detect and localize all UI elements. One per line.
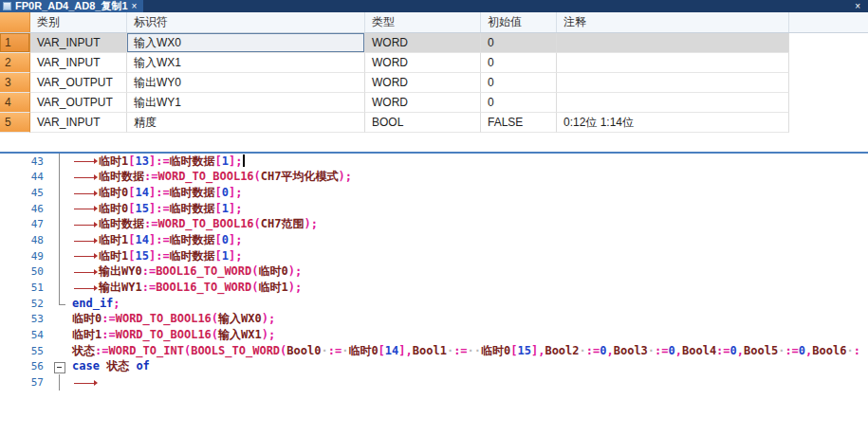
line-number[interactable]: 50 xyxy=(0,265,49,278)
type-cell[interactable]: WORD xyxy=(365,73,481,93)
row-number-cell[interactable]: 4 xyxy=(0,93,30,113)
column-header-type[interactable]: 类型 xyxy=(365,12,481,32)
comment-cell[interactable] xyxy=(557,73,789,93)
line-number[interactable]: 48 xyxy=(0,234,49,246)
variable-row[interactable]: 3VAR_OUTPUT输出WY0WORD0 xyxy=(0,73,868,93)
tabbar-close-icon[interactable]: × xyxy=(855,0,860,12)
table-editor-gap xyxy=(0,133,868,152)
code-token: ) xyxy=(288,281,295,294)
code-line[interactable]: 44临时数据:=WORD_TO_BOOL16(CH7平均化模式); xyxy=(0,170,868,186)
comment-cell[interactable]: 0:12位 1:14位 xyxy=(557,113,789,133)
line-number[interactable]: 55 xyxy=(0,345,49,357)
initial-value-cell[interactable]: FALSE xyxy=(481,113,557,133)
tab-close-icon[interactable]: × xyxy=(132,0,138,12)
line-number[interactable]: 46 xyxy=(0,203,49,215)
type-cell[interactable]: WORD xyxy=(365,53,481,73)
code-line[interactable]: 45临时0[14]:=临时数据[0]; xyxy=(0,185,868,201)
type-cell[interactable]: WORD xyxy=(365,33,481,53)
line-number[interactable]: 54 xyxy=(0,329,49,341)
code-token: CH7平均化模式 xyxy=(261,170,339,183)
code-token: ( xyxy=(254,170,261,183)
line-number[interactable]: 49 xyxy=(0,250,49,263)
document-tab[interactable]: FP0R_AD4_AD8_复制1 × xyxy=(0,0,143,12)
line-number[interactable]: 57 xyxy=(0,376,49,389)
code-token: := xyxy=(156,249,169,263)
code-line[interactable]: 51输出WY1:=BOOL16_TO_WORD(临时1); xyxy=(0,280,868,296)
code-line[interactable]: 50输出WY0:=BOOL16_TO_WORD(临时0); xyxy=(0,264,868,281)
line-number[interactable]: 43 xyxy=(0,155,49,168)
code-line[interactable]: 54临时1:=WORD_TO_BOOL16(输入WX1); xyxy=(0,327,868,343)
initial-value-cell[interactable]: 0 xyxy=(481,33,557,53)
code-token: 1 xyxy=(222,249,229,263)
tab-arrow-icon xyxy=(72,173,99,182)
initial-value-cell[interactable]: 0 xyxy=(481,53,557,73)
line-number[interactable]: 52 xyxy=(0,298,49,310)
variable-row[interactable]: 1VAR_INPUT输入WX0WORD0 xyxy=(0,33,868,53)
comment-cell[interactable] xyxy=(557,53,789,73)
code-text: 临时数据:=WORD_TO_BOOL16(CH7平均化模式); xyxy=(68,169,868,185)
line-number[interactable]: 51 xyxy=(0,282,49,294)
column-header-category[interactable]: 类别 xyxy=(30,12,127,32)
line-number[interactable]: 53 xyxy=(0,313,49,325)
identifier-cell[interactable]: 输入WX1 xyxy=(127,53,365,73)
code-token: := xyxy=(655,344,668,357)
line-number[interactable]: 47 xyxy=(0,218,49,230)
table-corner-cell[interactable] xyxy=(0,12,30,32)
initial-value-cell[interactable]: 0 xyxy=(481,93,557,113)
fold-marker xyxy=(49,201,68,217)
variable-row[interactable]: 5VAR_INPUT精度BOOLFALSE0:12位 1:14位 xyxy=(0,113,868,133)
line-number[interactable]: 56 xyxy=(0,360,49,372)
identifier-cell[interactable]: 输出WY0 xyxy=(127,73,365,93)
code-token: := xyxy=(156,154,169,168)
type-cell[interactable]: WORD xyxy=(365,93,481,113)
code-token: [ xyxy=(215,233,222,246)
code-line[interactable]: 49临时1[15]:=临时数据[1]; xyxy=(0,248,868,264)
line-number[interactable]: 45 xyxy=(0,187,49,199)
code-token: Bool2 xyxy=(545,344,579,357)
fold-marker xyxy=(49,217,68,233)
code-token: 临时1 xyxy=(99,154,128,168)
column-header-initial-value[interactable]: 初始值 xyxy=(481,12,557,32)
code-token: 临时数据 xyxy=(170,154,215,168)
row-number-cell[interactable]: 2 xyxy=(0,53,30,73)
row-number-cell[interactable]: 3 xyxy=(0,73,30,93)
fold-collapse-icon[interactable] xyxy=(49,359,68,375)
category-cell[interactable]: VAR_INPUT xyxy=(30,113,127,133)
code-text: 临时0[14]:=临时数据[0]; xyxy=(68,185,868,201)
column-header-identifier[interactable]: 标识符 xyxy=(127,12,365,32)
comment-cell[interactable] xyxy=(557,93,789,113)
column-header-comment[interactable]: 注释 xyxy=(557,12,789,32)
code-line[interactable]: 57 xyxy=(0,374,868,391)
code-line[interactable]: 53临时0:=WORD_TO_BOOL16(输入WX0); xyxy=(0,312,868,328)
category-cell[interactable]: VAR_OUTPUT xyxy=(30,93,127,113)
type-cell[interactable]: BOOL xyxy=(365,113,481,133)
code-line[interactable]: 47临时数据:=WORD_TO_BOOL16(CH7范围); xyxy=(0,217,868,233)
code-line[interactable]: 56case 状态 of xyxy=(0,359,868,375)
code-line[interactable]: 46临时0[15]:=临时数据[1]; xyxy=(0,201,868,217)
code-token: 临时1 xyxy=(259,281,288,294)
code-line[interactable]: 43临时1[13]:=临时数据[1]; xyxy=(0,154,868,170)
initial-value-cell[interactable]: 0 xyxy=(481,73,557,93)
category-cell[interactable]: VAR_OUTPUT xyxy=(30,73,127,93)
code-line[interactable]: 52end_if; xyxy=(0,296,868,312)
category-cell[interactable]: VAR_INPUT xyxy=(30,53,127,73)
comment-cell[interactable] xyxy=(557,33,789,53)
code-token: ; xyxy=(295,264,302,278)
variable-row[interactable]: 4VAR_OUTPUT输出WY1WORD0 xyxy=(0,93,868,113)
identifier-cell[interactable]: 精度 xyxy=(127,113,365,133)
code-line[interactable]: 48临时1[14]:=临时数据[0]; xyxy=(0,232,868,248)
identifier-cell[interactable]: 输入WX0 xyxy=(127,33,365,53)
tab-arrow-icon xyxy=(72,236,99,245)
row-number-cell[interactable]: 5 xyxy=(0,113,30,133)
code-token: := xyxy=(156,186,169,199)
code-line[interactable]: 55状态:=WORD_TO_INT(BOOLS_TO_WORD(Bool0·:=… xyxy=(0,343,868,359)
identifier-cell[interactable]: 输出WY1 xyxy=(127,93,365,113)
st-code-editor[interactable]: 43临时1[13]:=临时数据[1];44临时数据:=WORD_TO_BOOL1… xyxy=(0,154,868,391)
code-token: 输出WY1 xyxy=(99,281,142,294)
category-cell[interactable]: VAR_INPUT xyxy=(30,33,127,53)
code-token: end_if xyxy=(72,297,113,310)
row-number-cell[interactable]: 1 xyxy=(0,33,30,53)
variable-row[interactable]: 2VAR_INPUT输入WX1WORD0 xyxy=(0,53,868,73)
line-number[interactable]: 44 xyxy=(0,171,49,183)
variable-table-header: 类别标识符类型初始值注释 xyxy=(0,12,868,33)
